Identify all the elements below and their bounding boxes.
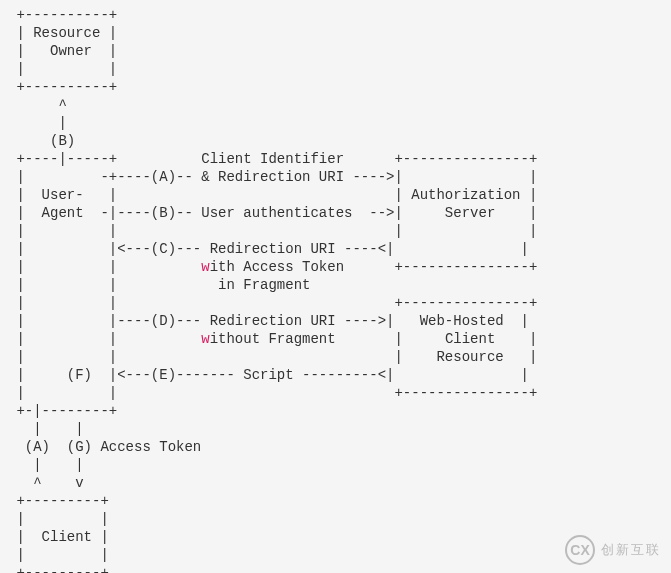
diagram-line: ^ v (8, 475, 84, 491)
watermark-logo-icon: CX (565, 535, 595, 565)
diagram-line: | -+----(A)-- & Redirection URI ---->| | (8, 169, 537, 185)
diagram-line: | | (8, 457, 84, 473)
diagram-line: | | | | (8, 223, 537, 239)
diagram-line: | (8, 115, 67, 131)
diagram-line: | | | Resource | (8, 349, 537, 365)
diagram-line: +---------+ (8, 565, 109, 573)
diagram-line: | | (8, 61, 117, 77)
diagram-line: | | +---------------+ (8, 385, 537, 401)
diagram-line: | |<---(C)--- Redirection URI ----<| | (8, 241, 529, 257)
oauth-implicit-flow-diagram: +----------+ | Resource | | Owner | | | … (0, 0, 671, 573)
diagram-line: +-|--------+ (8, 403, 117, 419)
diagram-line: +----------+ (8, 7, 117, 23)
watermark-text: 创新互联 (601, 541, 661, 559)
diagram-line: (A) (G) Access Token (8, 439, 201, 455)
diagram-line: +---------+ (8, 493, 109, 509)
diagram-line: | | (8, 547, 109, 563)
diagram-line: +----|-----+ Client Identifier +--------… (8, 151, 537, 167)
diagram-line: | User- | | Authorization | (8, 187, 537, 203)
diagram-line: | | (8, 511, 109, 527)
watermark: CX 创新互联 (565, 535, 661, 565)
diagram-line: | | with Access Token +---------------+ (8, 259, 537, 275)
diagram-line: ^ (8, 97, 67, 113)
diagram-line: (B) (8, 133, 75, 149)
diagram-line: | | in Fragment (8, 277, 310, 293)
diagram-line: | Client | (8, 529, 109, 545)
diagram-line: | Agent -|----(B)-- User authenticates -… (8, 205, 537, 221)
diagram-line: | Resource | (8, 25, 117, 41)
diagram-line: | (F) |<---(E)------- Script ---------<|… (8, 367, 529, 383)
diagram-line: +----------+ (8, 79, 117, 95)
diagram-line: | |----(D)--- Redirection URI ---->| Web… (8, 313, 529, 329)
diagram-line: | | +---------------+ (8, 295, 537, 311)
diagram-line: | Owner | (8, 43, 117, 59)
diagram-line: | | (8, 421, 84, 437)
diagram-line: | | without Fragment | Client | (8, 331, 537, 347)
